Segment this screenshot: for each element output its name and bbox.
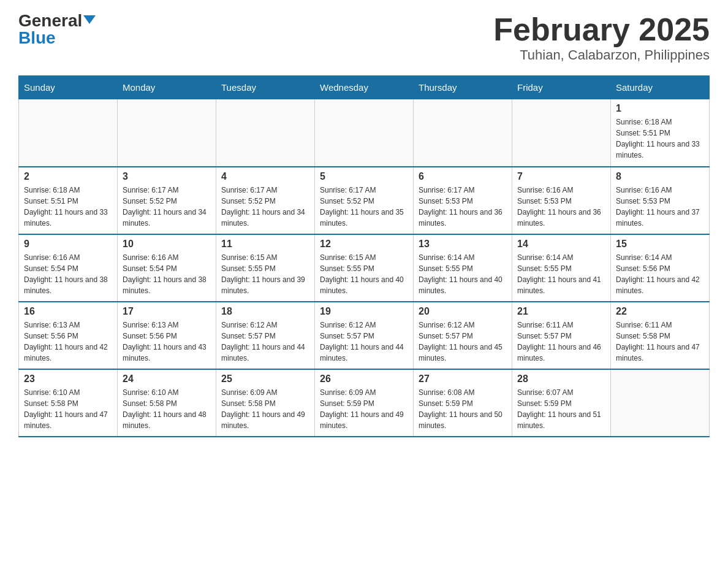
day-info: Sunrise: 6:17 AMSunset: 5:52 PMDaylight:…	[221, 185, 309, 229]
day-info: Sunrise: 6:11 AMSunset: 5:57 PMDaylight:…	[517, 320, 605, 364]
day-info: Sunrise: 6:15 AMSunset: 5:55 PMDaylight:…	[320, 252, 408, 296]
day-number: 22	[616, 306, 704, 317]
day-number: 25	[221, 373, 309, 385]
day-number: 10	[123, 239, 211, 250]
day-info: Sunrise: 6:09 AMSunset: 5:59 PMDaylight:…	[320, 387, 408, 431]
day-number: 24	[123, 373, 211, 385]
calendar-cell: 12Sunrise: 6:15 AMSunset: 5:55 PMDayligh…	[315, 234, 414, 302]
day-number: 21	[517, 306, 605, 317]
calendar-cell: 17Sunrise: 6:13 AMSunset: 5:56 PMDayligh…	[118, 302, 216, 369]
day-number: 27	[419, 373, 507, 385]
day-info: Sunrise: 6:08 AMSunset: 5:59 PMDaylight:…	[419, 387, 507, 431]
day-number: 11	[221, 239, 309, 250]
calendar-week-row: 23Sunrise: 6:10 AMSunset: 5:58 PMDayligh…	[19, 369, 710, 437]
calendar-header-row: SundayMondayTuesdayWednesdayThursdayFrid…	[19, 76, 710, 99]
calendar-cell: 27Sunrise: 6:08 AMSunset: 5:59 PMDayligh…	[414, 369, 512, 437]
calendar-cell: 24Sunrise: 6:10 AMSunset: 5:58 PMDayligh…	[118, 369, 216, 437]
day-number: 15	[616, 239, 704, 250]
day-info: Sunrise: 6:12 AMSunset: 5:57 PMDaylight:…	[320, 320, 408, 364]
day-number: 12	[320, 239, 408, 250]
calendar-cell: 11Sunrise: 6:15 AMSunset: 5:55 PMDayligh…	[216, 234, 315, 302]
day-info: Sunrise: 6:15 AMSunset: 5:55 PMDaylight:…	[221, 252, 309, 296]
day-header-saturday: Saturday	[611, 76, 710, 99]
calendar-cell: 23Sunrise: 6:10 AMSunset: 5:58 PMDayligh…	[19, 369, 118, 437]
calendar-cell	[414, 99, 512, 167]
day-info: Sunrise: 6:11 AMSunset: 5:58 PMDaylight:…	[616, 320, 704, 364]
calendar-week-row: 1Sunrise: 6:18 AMSunset: 5:51 PMDaylight…	[19, 99, 710, 167]
calendar-cell	[19, 99, 118, 167]
day-info: Sunrise: 6:18 AMSunset: 5:51 PMDaylight:…	[24, 185, 112, 229]
day-number: 19	[320, 306, 408, 317]
calendar-cell: 1Sunrise: 6:18 AMSunset: 5:51 PMDaylight…	[611, 99, 710, 167]
day-number: 23	[24, 373, 112, 385]
calendar-cell: 3Sunrise: 6:17 AMSunset: 5:52 PMDaylight…	[118, 167, 216, 234]
calendar-cell: 21Sunrise: 6:11 AMSunset: 5:57 PMDayligh…	[512, 302, 611, 369]
day-number: 6	[419, 171, 507, 182]
title-block: February 2025 Tuhian, Calabarzon, Philip…	[493, 12, 710, 63]
calendar-week-row: 2Sunrise: 6:18 AMSunset: 5:51 PMDaylight…	[19, 167, 710, 234]
day-info: Sunrise: 6:16 AMSunset: 5:54 PMDaylight:…	[24, 252, 112, 296]
day-number: 14	[517, 239, 605, 250]
day-number: 5	[320, 171, 408, 182]
day-number: 20	[419, 306, 507, 317]
calendar-cell: 20Sunrise: 6:12 AMSunset: 5:57 PMDayligh…	[414, 302, 512, 369]
calendar-cell: 19Sunrise: 6:12 AMSunset: 5:57 PMDayligh…	[315, 302, 414, 369]
calendar-cell: 4Sunrise: 6:17 AMSunset: 5:52 PMDaylight…	[216, 167, 315, 234]
day-info: Sunrise: 6:16 AMSunset: 5:53 PMDaylight:…	[517, 185, 605, 229]
day-number: 13	[419, 239, 507, 250]
day-info: Sunrise: 6:17 AMSunset: 5:52 PMDaylight:…	[320, 185, 408, 229]
calendar-cell	[315, 99, 414, 167]
day-info: Sunrise: 6:13 AMSunset: 5:56 PMDaylight:…	[24, 320, 112, 364]
page-header: General Blue February 2025 Tuhian, Calab…	[18, 12, 710, 63]
day-number: 17	[123, 306, 211, 317]
calendar-cell	[118, 99, 216, 167]
day-info: Sunrise: 6:16 AMSunset: 5:54 PMDaylight:…	[123, 252, 211, 296]
logo-general-text: General	[18, 12, 82, 29]
logo: General Blue	[18, 12, 96, 47]
calendar-cell: 14Sunrise: 6:14 AMSunset: 5:55 PMDayligh…	[512, 234, 611, 302]
calendar-week-row: 9Sunrise: 6:16 AMSunset: 5:54 PMDaylight…	[19, 234, 710, 302]
day-info: Sunrise: 6:14 AMSunset: 5:56 PMDaylight:…	[616, 252, 704, 296]
calendar-cell: 15Sunrise: 6:14 AMSunset: 5:56 PMDayligh…	[611, 234, 710, 302]
day-number: 7	[517, 171, 605, 182]
calendar-cell: 18Sunrise: 6:12 AMSunset: 5:57 PMDayligh…	[216, 302, 315, 369]
day-info: Sunrise: 6:12 AMSunset: 5:57 PMDaylight:…	[221, 320, 309, 364]
calendar-cell: 7Sunrise: 6:16 AMSunset: 5:53 PMDaylight…	[512, 167, 611, 234]
calendar-cell: 28Sunrise: 6:07 AMSunset: 5:59 PMDayligh…	[512, 369, 611, 437]
month-year-title: February 2025	[493, 12, 710, 47]
day-header-friday: Friday	[512, 76, 611, 99]
day-info: Sunrise: 6:16 AMSunset: 5:53 PMDaylight:…	[616, 185, 704, 229]
calendar-cell: 10Sunrise: 6:16 AMSunset: 5:54 PMDayligh…	[118, 234, 216, 302]
calendar-week-row: 16Sunrise: 6:13 AMSunset: 5:56 PMDayligh…	[19, 302, 710, 369]
calendar-cell: 9Sunrise: 6:16 AMSunset: 5:54 PMDaylight…	[19, 234, 118, 302]
day-number: 16	[24, 306, 112, 317]
calendar-cell: 2Sunrise: 6:18 AMSunset: 5:51 PMDaylight…	[19, 167, 118, 234]
day-number: 28	[517, 373, 605, 385]
day-number: 2	[24, 171, 112, 182]
day-number: 9	[24, 239, 112, 250]
calendar-cell: 13Sunrise: 6:14 AMSunset: 5:55 PMDayligh…	[414, 234, 512, 302]
calendar-cell: 8Sunrise: 6:16 AMSunset: 5:53 PMDaylight…	[611, 167, 710, 234]
day-info: Sunrise: 6:12 AMSunset: 5:57 PMDaylight:…	[419, 320, 507, 364]
day-info: Sunrise: 6:10 AMSunset: 5:58 PMDaylight:…	[24, 387, 112, 431]
calendar-cell	[611, 369, 710, 437]
day-info: Sunrise: 6:17 AMSunset: 5:53 PMDaylight:…	[419, 185, 507, 229]
day-info: Sunrise: 6:14 AMSunset: 5:55 PMDaylight:…	[517, 252, 605, 296]
day-header-thursday: Thursday	[414, 76, 512, 99]
logo-blue-text: Blue	[18, 29, 56, 47]
day-number: 4	[221, 171, 309, 182]
calendar-cell: 25Sunrise: 6:09 AMSunset: 5:58 PMDayligh…	[216, 369, 315, 437]
day-number: 26	[320, 373, 408, 385]
location-subtitle: Tuhian, Calabarzon, Philippines	[493, 47, 710, 63]
day-info: Sunrise: 6:09 AMSunset: 5:58 PMDaylight:…	[221, 387, 309, 431]
day-number: 18	[221, 306, 309, 317]
day-info: Sunrise: 6:17 AMSunset: 5:52 PMDaylight:…	[123, 185, 211, 229]
day-info: Sunrise: 6:10 AMSunset: 5:58 PMDaylight:…	[123, 387, 211, 431]
logo-triangle-icon	[83, 15, 96, 24]
day-header-monday: Monday	[118, 76, 216, 99]
day-header-sunday: Sunday	[19, 76, 118, 99]
calendar-cell: 22Sunrise: 6:11 AMSunset: 5:58 PMDayligh…	[611, 302, 710, 369]
calendar-cell	[512, 99, 611, 167]
day-number: 1	[616, 103, 704, 114]
day-info: Sunrise: 6:13 AMSunset: 5:56 PMDaylight:…	[123, 320, 211, 364]
